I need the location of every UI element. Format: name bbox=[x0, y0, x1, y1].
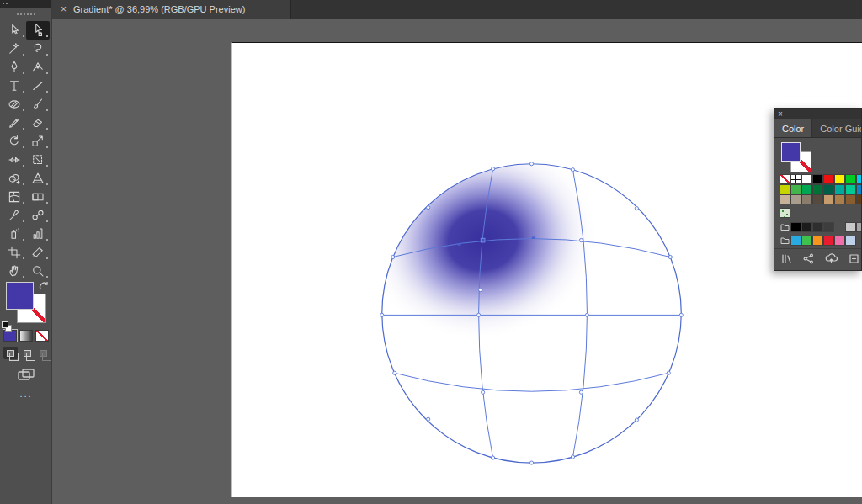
swatch-color[interactable] bbox=[834, 174, 845, 184]
swatch-color[interactable] bbox=[801, 194, 812, 204]
toolbar-dock-strip[interactable] bbox=[0, 0, 51, 8]
mesh-tool[interactable] bbox=[3, 188, 26, 206]
direct-selection-tool[interactable] bbox=[26, 21, 50, 40]
tab-color[interactable]: Color bbox=[774, 119, 812, 137]
panel-fill-stroke-proxy bbox=[774, 138, 861, 173]
swatch-color[interactable] bbox=[780, 194, 790, 204]
swatch-color[interactable] bbox=[812, 194, 823, 204]
panel-header: × bbox=[774, 109, 861, 119]
swatch-color[interactable] bbox=[812, 184, 823, 194]
swatch-color[interactable] bbox=[856, 174, 862, 184]
panel-fill-swatch[interactable] bbox=[781, 142, 801, 162]
swatch-color[interactable] bbox=[845, 194, 856, 204]
swatch-color[interactable] bbox=[801, 174, 812, 184]
swatch-color[interactable] bbox=[812, 222, 823, 232]
close-panel-icon[interactable]: × bbox=[778, 110, 783, 119]
close-tab-icon[interactable]: × bbox=[61, 4, 67, 14]
swatch-color[interactable] bbox=[845, 174, 856, 184]
swatch-color[interactable] bbox=[845, 222, 856, 232]
gradient-mode-button[interactable] bbox=[19, 330, 33, 342]
width-tool[interactable] bbox=[3, 151, 26, 169]
add-to-library-icon[interactable] bbox=[825, 252, 838, 268]
swatch-color[interactable] bbox=[801, 236, 812, 246]
free-transform-tool[interactable] bbox=[26, 151, 50, 169]
type-tool[interactable] bbox=[3, 77, 26, 95]
none-mode-button[interactable] bbox=[35, 330, 49, 342]
draw-behind-button[interactable] bbox=[20, 347, 35, 359]
paintbrush-tool[interactable] bbox=[26, 95, 50, 114]
draw-normal-button[interactable] bbox=[3, 347, 18, 359]
ellipse-tool[interactable] bbox=[3, 95, 26, 114]
swatch-row bbox=[780, 184, 862, 194]
swatches-panel: × Color Color Guide bbox=[774, 108, 862, 271]
hand-tool[interactable] bbox=[3, 262, 26, 280]
illustrator-window: × Gradient* @ 36,99% (RGB/GPU Preview) bbox=[0, 0, 862, 504]
swatch-color[interactable] bbox=[823, 222, 834, 232]
column-graph-tool[interactable] bbox=[26, 225, 50, 243]
shape-builder-tool[interactable] bbox=[3, 169, 26, 188]
swatch-registration[interactable] bbox=[790, 174, 801, 184]
scale-tool[interactable] bbox=[26, 132, 50, 151]
swatch-color[interactable] bbox=[834, 194, 845, 204]
swatch-color[interactable] bbox=[856, 184, 862, 194]
swatch-spacer bbox=[834, 222, 845, 232]
draw-inside-button[interactable] bbox=[36, 347, 51, 359]
drawing-mode-buttons bbox=[3, 347, 51, 359]
swap-fill-stroke-icon[interactable] bbox=[39, 280, 50, 291]
selection-tool[interactable] bbox=[3, 21, 26, 40]
new-swatch-icon[interactable] bbox=[849, 252, 859, 268]
swatch-color[interactable] bbox=[812, 236, 823, 246]
lasso-tool[interactable] bbox=[26, 40, 50, 58]
swatch-color[interactable] bbox=[790, 184, 801, 194]
default-fill-stroke-icon[interactable] bbox=[2, 321, 13, 332]
artboard-tool[interactable] bbox=[3, 243, 26, 262]
swatch-color[interactable] bbox=[801, 222, 812, 232]
swatch-color[interactable] bbox=[780, 184, 790, 194]
swatch-none[interactable] bbox=[780, 174, 790, 184]
gradient-tool[interactable] bbox=[26, 188, 50, 206]
swatch-color[interactable] bbox=[834, 236, 845, 246]
swatch-color[interactable] bbox=[790, 222, 801, 232]
magic-wand-tool[interactable] bbox=[3, 40, 26, 58]
slice-tool[interactable] bbox=[26, 243, 50, 262]
document-tab[interactable]: × Gradient* @ 36,99% (RGB/GPU Preview) bbox=[52, 0, 291, 19]
swatch-color[interactable] bbox=[823, 184, 834, 194]
curvature-tool[interactable] bbox=[26, 58, 50, 77]
fill-color-swatch[interactable] bbox=[6, 282, 34, 310]
swatch-color[interactable] bbox=[823, 194, 834, 204]
toolbar-drag-grip[interactable] bbox=[0, 8, 51, 20]
swatch-color[interactable] bbox=[856, 222, 862, 232]
change-screen-mode-icon[interactable] bbox=[0, 368, 52, 382]
eraser-tool[interactable] bbox=[26, 114, 50, 132]
perspective-grid-tool[interactable] bbox=[26, 169, 50, 188]
rotate-tool[interactable] bbox=[3, 132, 26, 151]
swatch-color[interactable] bbox=[801, 184, 812, 194]
color-group-folder-icon[interactable] bbox=[780, 236, 790, 246]
shaper-tool[interactable] bbox=[3, 114, 26, 132]
swatch-kinds-menu-icon[interactable] bbox=[803, 252, 814, 268]
zoom-tool[interactable] bbox=[26, 262, 50, 280]
swatch-color[interactable] bbox=[790, 236, 801, 246]
swatch-color[interactable] bbox=[790, 194, 801, 204]
eyedropper-tool[interactable] bbox=[3, 206, 26, 225]
panel-footer bbox=[774, 248, 861, 270]
swatch-color[interactable] bbox=[845, 236, 856, 246]
edit-toolbar-button[interactable]: ... bbox=[0, 389, 52, 399]
swatch-color[interactable] bbox=[823, 236, 834, 246]
line-segment-tool[interactable] bbox=[26, 77, 50, 95]
color-group-folder-icon[interactable] bbox=[780, 222, 790, 232]
swatch-color[interactable] bbox=[834, 184, 845, 194]
swatch-libraries-menu-icon[interactable] bbox=[781, 252, 792, 268]
swatch-color[interactable] bbox=[823, 174, 834, 184]
swatch-color[interactable] bbox=[845, 184, 856, 194]
pen-tool[interactable] bbox=[3, 58, 26, 77]
tab-color-guide[interactable]: Color Guide bbox=[812, 119, 862, 137]
pasteboard[interactable] bbox=[53, 19, 862, 504]
symbol-sprayer-tool[interactable] bbox=[3, 225, 26, 243]
swatch-pattern[interactable] bbox=[780, 208, 790, 218]
blend-tool[interactable] bbox=[26, 206, 50, 225]
swatch-color[interactable] bbox=[856, 194, 862, 204]
gradient-mesh-sphere[interactable] bbox=[232, 43, 862, 497]
artboard[interactable] bbox=[231, 42, 862, 497]
swatch-color[interactable] bbox=[812, 174, 823, 184]
